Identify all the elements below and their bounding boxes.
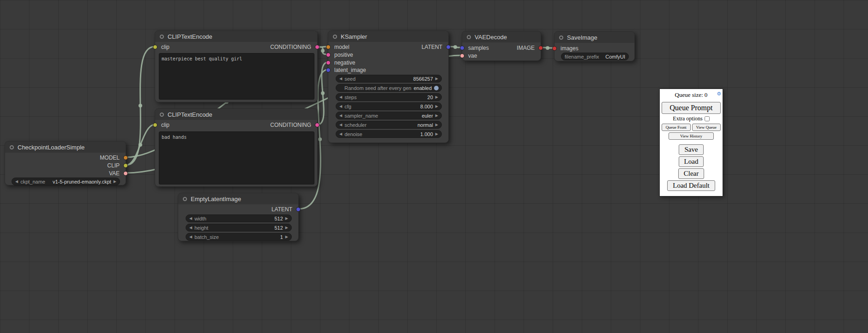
node-clip-text-encode-positive[interactable]: CLIPTextEncode clip CONDITIONING masterp…: [155, 30, 318, 102]
latent-image-input-port[interactable]: [326, 68, 331, 72]
latent-output-port[interactable]: [446, 45, 451, 49]
filename-prefix-widget[interactable]: filename_prefix ComfyUI: [561, 53, 629, 60]
node-checkpoint-loader-simple[interactable]: CheckpointLoaderSimple MODEL CLIP VAE ◀ …: [5, 141, 126, 185]
settings-gear-icon[interactable]: ⚙: [717, 91, 721, 97]
node-title-bar[interactable]: VAEDecode: [462, 31, 541, 42]
slot-images-input: images: [555, 45, 579, 52]
node-ksampler[interactable]: KSampler model positive negative latent_…: [328, 30, 449, 143]
clear-button[interactable]: Clear: [678, 168, 704, 179]
node-save-image[interactable]: SaveImage images filename_prefix ComfyUI: [554, 31, 635, 61]
combo-next-arrow-icon[interactable]: ▶: [435, 123, 438, 127]
toggle-knob-icon[interactable]: [434, 86, 439, 90]
increment-arrow-icon[interactable]: ▶: [435, 95, 438, 99]
slot-clip-input: clip: [155, 121, 169, 129]
queue-prompt-button[interactable]: Queue Prompt: [662, 102, 721, 114]
combo-prev-arrow-icon[interactable]: ◀: [339, 123, 342, 127]
model-output-port[interactable]: [123, 155, 128, 160]
images-input-port[interactable]: [552, 46, 557, 51]
vae-input-port[interactable]: [460, 54, 464, 58]
cfg-widget[interactable]: ◀ cfg 8.000 ▶: [336, 102, 442, 110]
node-empty-latent-image[interactable]: EmptyLatentImage LATENT ◀ width 512 ▶ ◀ …: [178, 193, 299, 241]
increment-arrow-icon[interactable]: ▶: [435, 132, 438, 136]
clip-output-port[interactable]: [123, 163, 128, 168]
node-title-bar[interactable]: SaveImage: [555, 32, 634, 43]
link-midpoint-dot[interactable]: [139, 143, 142, 147]
decrement-arrow-icon[interactable]: ◀: [189, 235, 192, 239]
link-midpoint-dot[interactable]: [453, 45, 457, 49]
slot-label: CONDITIONING: [270, 122, 311, 128]
slot-label: LATENT: [422, 44, 442, 50]
decrement-arrow-icon[interactable]: ◀: [339, 132, 342, 136]
decrement-arrow-icon[interactable]: ◀: [339, 77, 342, 81]
link-midpoint-dot[interactable]: [321, 49, 325, 53]
save-button[interactable]: Save: [679, 144, 703, 155]
combo-prev-arrow-icon[interactable]: ◀: [339, 114, 342, 118]
load-button[interactable]: Load: [679, 156, 704, 167]
node-clip-text-encode-negative[interactable]: CLIPTextEncode clip CONDITIONING bad han…: [155, 108, 318, 187]
combo-next-arrow-icon[interactable]: ▶: [114, 180, 116, 184]
decrement-arrow-icon[interactable]: ◀: [189, 217, 192, 220]
collapse-toggle-icon[interactable]: [160, 35, 164, 39]
model-input-port[interactable]: [326, 45, 331, 49]
positive-input-port[interactable]: [326, 53, 331, 57]
conditioning-output-port[interactable]: [315, 123, 319, 127]
collapse-toggle-icon[interactable]: [467, 35, 471, 39]
decrement-arrow-icon[interactable]: ◀: [339, 95, 342, 99]
widget-label: ckpt_name: [20, 179, 45, 184]
link-midpoint-dot[interactable]: [139, 104, 142, 107]
width-widget[interactable]: ◀ width 512 ▶: [186, 214, 292, 222]
extra-options-checkbox[interactable]: [705, 116, 710, 121]
view-queue-button[interactable]: View Queue: [692, 124, 721, 131]
view-history-button[interactable]: View History: [669, 132, 713, 140]
node-title-bar[interactable]: KSampler: [328, 31, 448, 42]
sampler-name-widget[interactable]: ◀ sampler_name euler ▶: [336, 112, 442, 119]
combo-next-arrow-icon[interactable]: ▶: [435, 114, 438, 118]
link-midpoint-dot[interactable]: [318, 137, 322, 141]
node-title: CheckpointLoaderSimple: [18, 144, 84, 151]
load-default-button[interactable]: Load Default: [667, 180, 715, 191]
increment-arrow-icon[interactable]: ▶: [285, 235, 288, 239]
collapse-toggle-icon[interactable]: [160, 113, 164, 117]
collapse-toggle-icon[interactable]: [333, 35, 337, 39]
negative-input-port[interactable]: [326, 60, 331, 65]
ckpt-name-widget[interactable]: ◀ ckpt_name v1-5-pruned-emaonly.ckpt ▶: [12, 178, 120, 185]
seed-widget[interactable]: ◀ seed 8566257 ▶: [336, 75, 442, 83]
decrement-arrow-icon[interactable]: ◀: [339, 105, 342, 108]
widget-label: sampler_name: [344, 113, 378, 119]
node-title-bar[interactable]: CLIPTextEncode: [155, 31, 317, 42]
negative-prompt-textarea[interactable]: bad hands: [159, 131, 314, 184]
height-widget[interactable]: ◀ height 512 ▶: [186, 224, 292, 232]
node-title-bar[interactable]: CheckpointLoaderSimple: [5, 142, 126, 153]
node-title-bar[interactable]: EmptyLatentImage: [178, 193, 298, 204]
collapse-toggle-icon[interactable]: [10, 145, 14, 149]
link-midpoint-dot[interactable]: [321, 91, 325, 95]
batch-size-widget[interactable]: ◀ batch_size 1 ▶: [186, 233, 292, 241]
combo-prev-arrow-icon[interactable]: ◀: [15, 180, 18, 184]
clip-input-port[interactable]: [153, 45, 157, 49]
node-vae-decode[interactable]: VAEDecode samples vae IMAGE: [462, 31, 541, 61]
slot-latent-image-input: latent_image: [328, 66, 366, 74]
queue-front-button[interactable]: Queue Front: [662, 124, 691, 131]
collapse-toggle-icon[interactable]: [183, 197, 187, 201]
random-seed-toggle-widget[interactable]: Random seed after every gen enabled: [336, 84, 442, 92]
samples-input-port[interactable]: [460, 46, 464, 50]
increment-arrow-icon[interactable]: ▶: [435, 105, 438, 108]
graph-canvas[interactable]: CheckpointLoaderSimple MODEL CLIP VAE ◀ …: [0, 0, 868, 333]
node-title-bar[interactable]: CLIPTextEncode: [155, 109, 317, 120]
clip-input-port[interactable]: [153, 123, 157, 127]
widget-value: normal: [417, 122, 433, 128]
increment-arrow-icon[interactable]: ▶: [285, 217, 288, 220]
denoise-widget[interactable]: ◀ denoise 1.000 ▶: [336, 130, 442, 138]
positive-prompt-textarea[interactable]: masterpiece best quality girl: [159, 53, 314, 100]
image-output-port[interactable]: [538, 46, 543, 50]
increment-arrow-icon[interactable]: ▶: [435, 77, 438, 81]
collapse-toggle-icon[interactable]: [559, 36, 563, 40]
link-midpoint-dot[interactable]: [546, 46, 549, 50]
scheduler-widget[interactable]: ◀ scheduler normal ▶: [336, 121, 442, 129]
increment-arrow-icon[interactable]: ▶: [285, 226, 288, 230]
conditioning-output-port[interactable]: [315, 45, 319, 49]
steps-widget[interactable]: ◀ steps 20 ▶: [336, 93, 442, 101]
vae-output-port[interactable]: [123, 171, 128, 176]
decrement-arrow-icon[interactable]: ◀: [189, 226, 192, 230]
latent-output-port[interactable]: [296, 207, 301, 212]
